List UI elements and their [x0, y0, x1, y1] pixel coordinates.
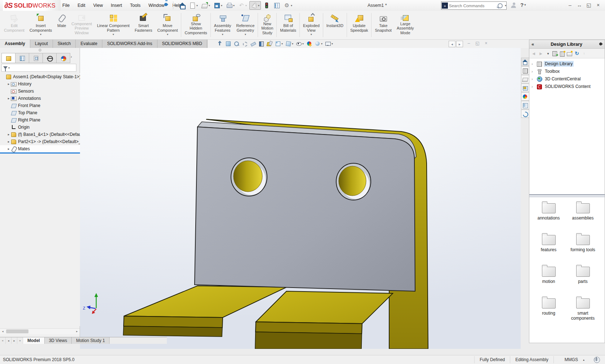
- search-input[interactable]: [448, 4, 498, 8]
- hide-show-items-dropdown-icon[interactable]: ▾: [302, 42, 304, 45]
- tab-solidworks-mbd[interactable]: SOLIDWORKS MBD: [157, 40, 207, 48]
- edit-appearance-button[interactable]: [306, 40, 313, 47]
- apply-scene-button[interactable]: ▾: [314, 40, 323, 47]
- move-component-dropdown-icon[interactable]: ▾: [167, 33, 168, 36]
- tree-item-assem1-default-displa[interactable]: Assem1 (Default<Display State-1>): [0, 73, 80, 80]
- library-item-3d-contentcentral[interactable]: ›3D ContentCentral: [529, 75, 605, 83]
- panel-tab-propertymanager[interactable]: [15, 53, 29, 63]
- taskpane-tab-file-explorer[interactable]: [521, 75, 529, 83]
- taskpane-tab-solidworks-resources[interactable]: [521, 110, 529, 118]
- select-dropdown-icon[interactable]: ▾: [258, 4, 259, 7]
- ribbon-instant3d-button[interactable]: Instant3D: [324, 12, 346, 39]
- tree-item-right-plane[interactable]: Right Plane: [0, 116, 80, 124]
- pane-previous-button[interactable]: ◂: [449, 41, 455, 47]
- tree-item-sensors[interactable]: Sensors: [0, 88, 80, 95]
- model-plate-front-face[interactable]: [195, 127, 415, 291]
- tree-horizontal-scrollbar[interactable]: ◂ ▸: [0, 328, 80, 334]
- qat-save-button[interactable]: ▾: [213, 1, 223, 9]
- study-nav-3-button[interactable]: »: [17, 337, 23, 344]
- ribbon-bill-of-materials-button[interactable]: Bill ofMaterials: [277, 12, 299, 39]
- tabs-overflow-button[interactable]: ›: [71, 54, 72, 59]
- reference-geometry-dropdown-icon[interactable]: ▾: [245, 33, 246, 36]
- model-right-prong-top[interactable]: [256, 291, 393, 324]
- ribbon-linear-component-pattern-button[interactable]: Linear ComponentPattern▾: [94, 12, 132, 39]
- create-new-folder-button[interactable]: [567, 50, 573, 57]
- search-scope-icon[interactable]: »: [442, 3, 448, 9]
- expand-chevron-icon[interactable]: ›: [531, 77, 537, 81]
- qat-print-button[interactable]: ▾: [225, 1, 236, 9]
- model-hole-right[interactable]: [336, 163, 371, 200]
- tree-filter-box[interactable]: ▾: [1, 64, 76, 72]
- qat-rebuild-button[interactable]: [262, 1, 271, 9]
- tree-item-top-plane[interactable]: Top Plane: [0, 109, 80, 116]
- hide-show-items-button[interactable]: ▾: [295, 40, 304, 47]
- menu-edit[interactable]: Edit: [74, 1, 89, 10]
- taskpane-tab-appearances[interactable]: [521, 92, 529, 101]
- expand-chevron-icon[interactable]: ›: [531, 69, 537, 74]
- library-folder-motion[interactable]: motion: [531, 264, 566, 296]
- ribbon-move-component-button[interactable]: MoveComponent▾: [155, 12, 181, 39]
- insert-components-dropdown-icon[interactable]: ▾: [40, 33, 41, 36]
- panel-tab-dimxpertmanager[interactable]: [43, 53, 57, 63]
- task-pane-pin-icon[interactable]: [599, 43, 602, 46]
- zoom-to-fit-arrow-button[interactable]: [216, 40, 223, 47]
- tree-item-f-base1-1-defaul[interactable]: ▸(f) Base1_&<1> (Default<<Defaul: [0, 131, 80, 138]
- graphics-restore-button[interactable]: ◱: [475, 41, 480, 46]
- pin-menu-icon[interactable]: [163, 3, 169, 8]
- ribbon-new-motion-study-button[interactable]: NewMotionStudy: [259, 12, 276, 39]
- tab-evaluate[interactable]: Evaluate: [76, 40, 102, 48]
- pane-next-button[interactable]: ▸: [456, 41, 463, 47]
- view-orientation-dropdown-icon[interactable]: ▾: [281, 42, 283, 45]
- panel-tab-displaymanager[interactable]: [57, 53, 70, 63]
- tree-item-origin[interactable]: Origin: [0, 124, 80, 131]
- tree-item-history[interactable]: ▸History: [0, 80, 80, 88]
- library-item-toolbox[interactable]: ›Toolbox: [529, 67, 605, 75]
- undo-dropdown-icon[interactable]: ▾: [245, 4, 247, 7]
- open-dropdown-icon[interactable]: ▾: [209, 4, 210, 7]
- graphics-minimize-button[interactable]: –: [466, 41, 472, 46]
- qat-settings-button[interactable]: ⚙▾: [283, 1, 293, 9]
- linear-pattern-dropdown-icon[interactable]: ▾: [112, 33, 114, 36]
- refresh-button[interactable]: ↻: [574, 50, 580, 57]
- model-right-prong-bottom[interactable]: [255, 332, 362, 349]
- qat-undo-button[interactable]: ↶▾: [237, 1, 248, 9]
- tab-assembly[interactable]: Assembly: [0, 40, 30, 48]
- ribbon-update-speedpak-button[interactable]: UpdateSpeedpak: [348, 12, 371, 39]
- library-folder-assemblies[interactable]: assemblies: [566, 200, 600, 232]
- save-dropdown-icon[interactable]: ▾: [221, 4, 222, 7]
- taskpane-tab-custom-properties[interactable]: [521, 101, 529, 109]
- doc-tab-model[interactable]: Model: [23, 337, 45, 344]
- expand-chevron-icon[interactable]: ›: [531, 62, 537, 66]
- zoom-to-fit-button[interactable]: [224, 40, 232, 47]
- ribbon-show-hidden-components-button[interactable]: ShowHiddenComponents: [182, 12, 209, 39]
- ribbon-take-snapshot-button[interactable]: TakeSnapshot: [372, 12, 394, 39]
- library-folder-annotations[interactable]: annotations: [531, 200, 566, 232]
- library-folder-features[interactable]: features: [531, 232, 566, 264]
- tab-sketch[interactable]: Sketch: [53, 40, 76, 48]
- task-pane-collapse-button[interactable]: «: [531, 41, 534, 47]
- model-left-prong-top[interactable]: [124, 286, 286, 318]
- menu-insert[interactable]: Insert: [107, 1, 126, 10]
- view-orientation-button[interactable]: ▾: [274, 40, 284, 47]
- add-file-location-button[interactable]: [560, 50, 565, 57]
- ribbon-exploded-view-button[interactable]: ExplodedView▾: [301, 12, 322, 39]
- view-settings-dropdown-icon[interactable]: ▾: [332, 42, 333, 45]
- library-folder-forming-tools[interactable]: forming tools: [566, 232, 600, 264]
- library-folder-smart-components[interactable]: smart components: [566, 296, 600, 327]
- zoom-area-button[interactable]: [233, 40, 240, 47]
- expander-icon[interactable]: ▸: [6, 97, 11, 100]
- scroll-left-button[interactable]: ◂: [0, 330, 5, 333]
- expand-chevron-icon[interactable]: ›: [531, 84, 537, 89]
- scroll-right-button[interactable]: ▸: [74, 330, 80, 333]
- ribbon-assembly-features-button[interactable]: AssemblyFeatures▾: [212, 12, 234, 39]
- graphics-viewport[interactable]: Z: [80, 48, 521, 349]
- help-button[interactable]: ?▾: [520, 2, 526, 8]
- magnifier-button[interactable]: [241, 40, 248, 47]
- exploded-view-dropdown-icon[interactable]: ▾: [311, 33, 312, 36]
- taskpane-tab-design-library[interactable]: [521, 66, 529, 75]
- new-document-dropdown-icon[interactable]: ▾: [196, 4, 198, 7]
- expander-icon[interactable]: ▸: [6, 147, 11, 151]
- units-caret-icon[interactable]: ▴: [583, 358, 584, 361]
- previous-view-button[interactable]: [249, 40, 257, 47]
- menu-view[interactable]: View: [89, 1, 107, 10]
